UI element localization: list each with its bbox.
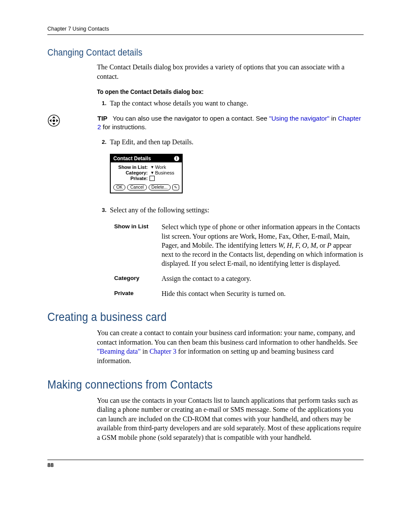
footer-rule xyxy=(47,460,364,460)
tip-text-a: You can also use the navigator to open a… xyxy=(113,115,269,122)
contact-details-dialog: Contact Details i Show in List: ▼ Work C… xyxy=(110,154,183,193)
intro-paragraph: The Contact Details dialog box provides … xyxy=(97,62,364,81)
checkbox-icon xyxy=(149,176,155,181)
settings-definition: Assign the contact to a category. xyxy=(162,274,364,283)
tip-label: TIP xyxy=(97,115,107,122)
info-icon: i xyxy=(174,156,179,161)
section-heading-changing-details: Changing Contact details xyxy=(47,47,326,58)
business-card-paragraph: You can create a contact to contain your… xyxy=(97,328,364,365)
step-text: Tap Edit, and then tap Details. xyxy=(110,137,364,147)
settings-table: Show in List Select which type of phone … xyxy=(114,222,364,298)
step-text: Select any of the following settings: xyxy=(110,205,364,215)
header-rule xyxy=(47,34,364,35)
dialog-row-show-in-list: Show in List: ▼ Work xyxy=(114,165,178,170)
link-chapter-3[interactable]: Chapter 3 xyxy=(149,348,177,355)
tip-block: TIP You can also use the navigator to op… xyxy=(47,114,364,132)
dialog-title-bar: Contact Details i xyxy=(111,155,182,162)
settings-definition: Select which type of phone or other info… xyxy=(162,222,364,268)
dialog-value: Business xyxy=(155,170,174,175)
dialog-label: Private: xyxy=(114,176,149,181)
step-number: 2. xyxy=(97,137,110,147)
svg-marker-2 xyxy=(52,123,56,125)
procedure-title: To open the Contact Details dialog box: xyxy=(97,88,332,95)
link-using-navigator[interactable]: "Using the navigator" xyxy=(269,115,330,122)
settings-row-show-in-list: Show in List Select which type of phone … xyxy=(114,222,364,268)
section-heading-making-connections: Making connections from Contacts xyxy=(47,378,326,392)
navigator-tip-icon xyxy=(47,114,60,127)
link-beaming-data[interactable]: "Beaming data" xyxy=(97,348,140,355)
connections-paragraph: You can use the contacts in your Contact… xyxy=(97,396,364,442)
settings-def-italic: P xyxy=(327,242,331,249)
settings-definition: Hide this contact when Security is turne… xyxy=(162,289,364,298)
svg-marker-1 xyxy=(52,116,56,118)
step-text: Tap the contact whose details you want t… xyxy=(110,99,364,108)
step-3: 3. Select any of the following settings: xyxy=(97,205,364,215)
dialog-row-private: Private: xyxy=(114,176,178,181)
settings-term: Show in List xyxy=(114,222,162,268)
svg-marker-4 xyxy=(56,119,59,122)
settings-def-italic: W, H, F, O, M, xyxy=(278,242,318,249)
settings-row-private: Private Hide this contact when Security … xyxy=(114,289,364,298)
settings-row-category: Category Assign the contact to a categor… xyxy=(114,274,364,283)
ok-button: OK xyxy=(113,184,125,190)
tip-text: TIP You can also use the navigator to op… xyxy=(97,114,364,132)
dialog-label: Show in List: xyxy=(114,165,149,170)
dialog-label: Category: xyxy=(114,170,149,175)
cancel-button: Cancel xyxy=(127,184,146,190)
running-header: Chapter 7 Using Contacts xyxy=(47,26,364,32)
para-text: You can create a contact to contain your… xyxy=(97,329,358,346)
dropdown-icon: ▼ xyxy=(149,171,155,175)
delete-button: Delete... xyxy=(149,184,171,190)
dialog-row-category: Category: ▼ Business xyxy=(114,170,178,175)
svg-marker-3 xyxy=(50,119,52,122)
section-heading-business-card: Creating a business card xyxy=(47,310,326,324)
step-2: 2. Tap Edit, and then tap Details. xyxy=(97,137,364,147)
note-icon: ✎ xyxy=(172,184,179,190)
settings-def-text: or xyxy=(318,242,327,249)
dropdown-icon: ▼ xyxy=(149,165,155,169)
svg-point-5 xyxy=(53,119,55,122)
step-number: 1. xyxy=(97,99,110,108)
page-footer: 88 xyxy=(47,460,364,468)
dialog-title-text: Contact Details xyxy=(113,156,151,162)
para-text: in xyxy=(140,348,149,355)
step-1: 1. Tap the contact whose details you wan… xyxy=(97,99,364,108)
tip-text-b: in xyxy=(330,115,338,122)
dialog-button-row: OK Cancel Delete... ✎ xyxy=(111,183,182,193)
page-number: 88 xyxy=(47,462,364,468)
tip-text-c: for instructions. xyxy=(101,123,146,131)
settings-term: Category xyxy=(114,274,162,283)
step-number: 3. xyxy=(97,205,110,215)
settings-term: Private xyxy=(114,289,162,298)
dialog-value: Work xyxy=(155,165,166,170)
